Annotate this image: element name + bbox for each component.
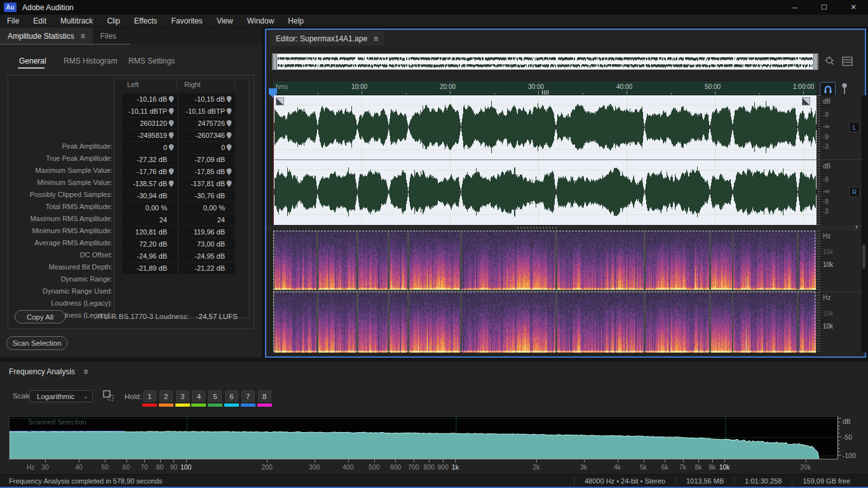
waveform-display[interactable] — [273, 95, 817, 225]
navigator-waveform-canvas[interactable] — [273, 54, 818, 69]
menu-multitrack[interactable]: Multitrack — [53, 15, 100, 27]
spectrogram-canvas[interactable] — [273, 231, 817, 353]
close-button[interactable]: ✕ — [839, 0, 868, 15]
x-axis-tick-label: 20k — [800, 463, 811, 471]
pin-slot-empty — [167, 156, 175, 163]
stat-value-text: -27,32 dB — [137, 156, 167, 163]
minimize-button[interactable]: ─ — [780, 0, 810, 15]
stat-value-text: -2607346 — [196, 132, 226, 139]
menu-clip[interactable]: Clip — [100, 15, 127, 27]
marker-pin-icon — [167, 107, 175, 115]
frequency-plot-canvas[interactable] — [10, 417, 837, 459]
stat-value-text: 24 — [217, 216, 225, 224]
zoom-navigator-icon[interactable] — [824, 56, 836, 67]
stat-value-left: -30,94 dB — [122, 190, 177, 201]
x-axis-tick-label: 60 — [123, 463, 130, 471]
tab-general[interactable]: General — [19, 57, 46, 65]
marker-pin-icon — [167, 119, 175, 127]
tab-rms-histogram[interactable]: RMS Histogram — [64, 57, 118, 65]
maximize-button[interactable]: ☐ — [810, 0, 839, 15]
stat-label: Loudness (Legacy): — [8, 297, 112, 309]
amplitude-ruler-label: -∞ — [823, 187, 829, 194]
x-axis-tick-label: 200 — [261, 463, 273, 471]
y-axis-tick — [838, 448, 840, 449]
menu-effects[interactable]: Effects — [127, 15, 164, 27]
splitter-grip[interactable] — [517, 227, 558, 229]
y-axis-tick — [838, 429, 840, 430]
vertical-scrollbar[interactable] — [862, 95, 866, 353]
y-axis-tick — [838, 422, 840, 423]
hold-button-5[interactable]: 5 — [208, 390, 222, 403]
frequency-plot[interactable] — [9, 416, 836, 459]
menu-window[interactable]: Window — [240, 15, 281, 27]
x-axis-tick — [712, 459, 713, 463]
hold-button-1[interactable]: 1 — [142, 390, 157, 403]
tab-files[interactable]: Files — [93, 27, 124, 44]
waveform-canvas[interactable] — [273, 95, 817, 225]
pin-slot-empty — [225, 264, 233, 272]
hold-button-3[interactable]: 3 — [175, 390, 190, 403]
menu-edit[interactable]: Edit — [26, 15, 53, 27]
scroll-down-icon[interactable]: ▾ — [855, 224, 858, 230]
timeline-ruler[interactable]: hms 10:0020:0030:0040:0050:001:00:00 — [273, 81, 817, 95]
fade-out-handle[interactable] — [802, 97, 810, 105]
copy-selection-icon[interactable] — [102, 390, 115, 402]
x-axis-tick — [374, 459, 375, 463]
scrollbar-thumb[interactable] — [862, 245, 865, 269]
stat-label: Total RMS Amplitude: — [8, 201, 112, 213]
frequency-panel-menu-icon[interactable]: ≡ — [83, 367, 88, 376]
stat-value-text: -138,57 dB — [133, 180, 167, 187]
marker-tool-icon[interactable] — [840, 83, 849, 95]
hold-button-7[interactable]: 7 — [241, 390, 255, 403]
x-axis-tick-label: 70 — [140, 463, 148, 471]
amplitude-ruler-ticks — [817, 161, 820, 225]
hold-button-6[interactable]: 6 — [224, 390, 239, 403]
stat-value-text: -10,16 dB — [137, 95, 167, 103]
stat-value-right: -24,95 dB — [179, 250, 235, 262]
scan-selection-button[interactable]: Scan Selection — [6, 336, 67, 350]
menu-file[interactable]: File — [0, 15, 26, 27]
x-axis-tick-label: 40 — [75, 463, 83, 471]
scale-dropdown[interactable]: Logarithmic ⌄ — [29, 390, 93, 402]
marker-pin-icon — [225, 180, 233, 187]
y-axis-tick — [838, 451, 840, 452]
menu-favorites[interactable]: Favorites — [165, 15, 210, 27]
stat-value-text: 119,96 dB — [194, 228, 225, 236]
timeline-major-tick — [450, 91, 451, 95]
channel-r-badge[interactable]: R — [849, 187, 860, 197]
display-list-icon[interactable] — [842, 57, 853, 66]
view-splitter[interactable] — [266, 225, 865, 231]
navigator-right-handle[interactable] — [813, 54, 818, 69]
navigator-left-handle[interactable] — [273, 54, 277, 69]
editor-panel-menu-icon[interactable]: ≡ — [374, 34, 378, 43]
pin-slot-empty — [225, 252, 233, 260]
panel-menu-icon[interactable]: ≡ — [81, 32, 85, 41]
marker-pin-icon — [225, 95, 233, 103]
tab-rms-settings[interactable]: RMS Settings — [128, 57, 175, 65]
stat-label: Maximum Sample Value: — [8, 165, 112, 177]
copy-all-button[interactable]: Copy All — [15, 310, 65, 323]
snap-toggle-button[interactable] — [820, 82, 836, 96]
tab-editor[interactable]: Editor: Supermax14A1.ape ≡ — [270, 31, 384, 46]
stat-value-text: -17,85 dB — [194, 168, 225, 175]
marker-pin-icon — [167, 168, 175, 175]
spectral-display[interactable] — [273, 231, 817, 353]
amplitude-ruler-label: dB — [823, 163, 831, 170]
frequency-ruler-label: Hz — [823, 233, 831, 240]
stat-value-left: -10,11 dBTP — [122, 105, 177, 117]
marker-pin-icon — [167, 144, 175, 151]
tab-underline — [0, 44, 130, 44]
hold-button-4[interactable]: 4 — [191, 390, 206, 403]
hold-button-8[interactable]: 8 — [257, 390, 272, 403]
tab-amplitude-statistics[interactable]: Amplitude Statistics ≡ — [0, 27, 93, 44]
menu-view[interactable]: View — [210, 15, 240, 27]
overview-navigator[interactable] — [272, 53, 818, 70]
column-header-left: Left — [123, 79, 177, 90]
timeline-tick-label: 50:00 — [705, 83, 721, 90]
pin-slot-empty — [167, 264, 175, 272]
hold-button-2[interactable]: 2 — [159, 390, 173, 403]
channel-l-badge[interactable]: L — [849, 122, 860, 132]
menu-help[interactable]: Help — [281, 15, 311, 27]
fade-in-handle[interactable] — [276, 97, 284, 105]
stat-label: Peak Amplitude: — [8, 140, 112, 152]
